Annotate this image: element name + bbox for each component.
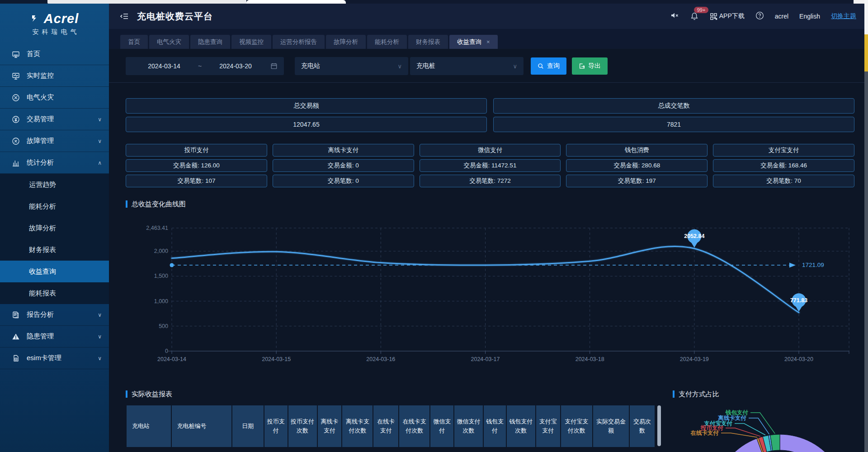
- station-select[interactable]: 充电站 ∨: [295, 57, 408, 75]
- language-switch[interactable]: English: [799, 13, 820, 20]
- revenue-line-chart: 2,463.412,0001,5001,00050002024-03-14202…: [126, 211, 854, 374]
- revenue-table-title: 实际收益报表: [132, 390, 172, 399]
- query-button-label: 查询: [547, 62, 560, 70]
- payment-card-title: 投币支付: [126, 144, 267, 157]
- y-tick-label: 2,463.41: [146, 225, 168, 231]
- speaker-muted-icon[interactable]: [670, 11, 679, 22]
- help-circle-icon[interactable]: [755, 11, 764, 22]
- sidebar-item-label: 报告分析: [27, 310, 54, 319]
- payment-card-amount: 交易金额: 280.68: [566, 159, 708, 172]
- summary-card: 总成交笔数7821: [493, 98, 854, 132]
- page-scrollbar-thumb[interactable]: [864, 34, 868, 71]
- summary-card-value: 7821: [493, 117, 854, 132]
- payment-card-amount: 交易金额: 0: [273, 159, 414, 172]
- close-icon[interactable]: ×: [486, 38, 490, 45]
- pile-select[interactable]: 充电桩 ∨: [410, 57, 524, 75]
- payment-card: 支付宝支付交易金额: 168.46交易笔数: 70: [713, 144, 854, 187]
- tab-7[interactable]: 能耗分析: [367, 35, 407, 49]
- calendar-icon: [270, 62, 278, 70]
- sidebar-item-statistics[interactable]: 统计分析∧: [0, 152, 109, 174]
- sidebar-item-label: 交易管理: [27, 115, 54, 124]
- tab-label: 首页: [128, 38, 140, 46]
- payment-card-amount: 交易金额: 126.00: [126, 159, 267, 172]
- average-line-start-dot: [170, 263, 174, 267]
- notifications-bell[interactable]: 99+: [690, 12, 699, 21]
- query-button[interactable]: 查询: [531, 57, 566, 75]
- x-tick-label: 2024-03-19: [680, 356, 709, 362]
- sidebar-item-home[interactable]: 首页: [0, 43, 109, 65]
- column-header: 离线卡支付: [318, 405, 342, 447]
- pie-callout-line: [750, 413, 775, 433]
- start-date[interactable]: 2024-03-14: [132, 62, 196, 70]
- page-scrollbar[interactable]: [864, 0, 868, 452]
- y-tick-label: 0: [165, 348, 168, 354]
- sidebar-subitem-fault-analysis[interactable]: 故障分析: [0, 217, 109, 239]
- table-scrollbar[interactable]: [657, 405, 661, 446]
- x-tick-label: 2024-03-20: [784, 356, 813, 362]
- tab-2[interactable]: 电气火灾: [149, 35, 189, 49]
- tab-1[interactable]: 首页: [120, 35, 148, 49]
- chevron-down-icon: ∨: [98, 138, 102, 144]
- collapse-menu-icon[interactable]: [120, 12, 129, 21]
- tab-label: 能耗分析: [375, 38, 399, 46]
- topbar-actions: 99+ APP下载: [670, 11, 856, 22]
- tab-4[interactable]: 视频监控: [231, 35, 271, 49]
- sidebar-item-label: 故障管理: [27, 137, 54, 145]
- date-separator: ~: [196, 62, 203, 70]
- date-range-picker[interactable]: 2024-03-14 ~ 2024-03-20: [126, 57, 284, 75]
- sidebar-item-fault-mgmt[interactable]: 故障管理∨: [0, 130, 109, 152]
- summary-card-title: 总交易额: [126, 98, 487, 114]
- filter-bar: 2024-03-14 ~ 2024-03-20 充电站 ∨: [126, 57, 854, 75]
- payment-cards: 投币支付交易金额: 126.00交易笔数: 107离线卡支付交易金额: 0交易笔…: [126, 144, 854, 187]
- sidebar-subitem-operation-trend[interactable]: 运营趋势: [0, 174, 109, 195]
- sidebar-item-realtime-monitor[interactable]: 实时监控: [0, 65, 109, 87]
- page-scrollbar-cap: [864, 0, 868, 34]
- content: 2024-03-14 ~ 2024-03-20 充电站 ∨: [109, 49, 868, 452]
- tab-6[interactable]: 故障分析: [326, 35, 366, 49]
- sidebar-item-label: 实时监控: [27, 71, 54, 80]
- tab-9[interactable]: 收益查询×: [449, 35, 498, 49]
- column-header: 投币支付: [264, 405, 288, 447]
- sidebar-subitem-revenue-query[interactable]: 收益查询: [0, 261, 109, 282]
- sidebar-item-esim-mgmt[interactable]: esim卡管理∨: [0, 347, 109, 369]
- pile-select-value: 充电桩: [416, 62, 435, 70]
- chevron-down-icon: ∨: [397, 63, 402, 70]
- app-download-button[interactable]: APP下载: [710, 12, 745, 20]
- export-icon: [579, 63, 585, 69]
- line-chart-title: 总收益变化曲线图: [132, 200, 186, 209]
- tab-3[interactable]: 隐患查询: [190, 35, 230, 49]
- payment-card-amount: 交易金额: 11472.51: [420, 159, 561, 172]
- column-header: 微信支付: [430, 405, 453, 447]
- sidebar-item-label: 首页: [27, 50, 40, 58]
- sidebar-subitem-energy-analysis[interactable]: 能耗分析: [0, 195, 109, 217]
- payment-card: 微信支付交易金额: 11472.51交易笔数: 7272: [420, 144, 561, 187]
- username[interactable]: acrel: [775, 13, 788, 20]
- sidebar-subitem-financial-report[interactable]: 财务报表: [0, 239, 109, 261]
- sidebar-item-report-analysis[interactable]: 报告分析∨: [0, 304, 109, 326]
- sidebar-item-electric-fire[interactable]: 电气火灾: [0, 87, 109, 109]
- tab-label: 财务报表: [416, 38, 440, 46]
- tab-label: 运营分析报告: [280, 38, 317, 46]
- theme-switch-link[interactable]: 切换主题: [831, 12, 856, 20]
- table-header-row: 充电站充电桩编号日期投币支付投币支付次数离线卡支付离线卡支付次数在线卡支付在线卡…: [127, 405, 655, 447]
- tab-8[interactable]: 财务报表: [408, 35, 448, 49]
- report-icon: [12, 311, 20, 319]
- end-date[interactable]: 2024-03-20: [203, 62, 268, 70]
- sidebar-nav: 首页实时监控电气火灾交易管理∨故障管理∨统计分析∧运营趋势能耗分析故障分析财务报…: [0, 43, 109, 452]
- payment-card-title: 离线卡支付: [273, 144, 414, 157]
- payment-card-amount: 交易金额: 168.46: [713, 159, 854, 172]
- export-button[interactable]: 导出: [572, 57, 608, 75]
- payment-card: 钱包消费交易金额: 280.68交易笔数: 197: [566, 144, 708, 187]
- payment-card-count: 交易笔数: 197: [566, 175, 708, 187]
- sidebar-subitem-energy-report[interactable]: 能耗报表: [0, 282, 109, 304]
- chevron-down-icon: ∨: [98, 355, 102, 362]
- tab-5[interactable]: 运营分析报告: [273, 35, 325, 49]
- column-header: 微信支付次数: [454, 405, 483, 447]
- payment-pie-chart: 钱包支付离线卡支付支付宝支付投币支付在线卡支付: [673, 402, 854, 452]
- sidebar-item-hazard-mgmt[interactable]: 隐患管理∨: [0, 326, 109, 347]
- search-icon: [538, 63, 544, 69]
- summary-card-value: 12047.65: [126, 117, 487, 132]
- sidebar-item-transaction-mgmt[interactable]: 交易管理∨: [0, 109, 109, 130]
- column-header: 支付宝支付次数: [561, 405, 592, 447]
- payment-card-title: 微信支付: [420, 144, 561, 157]
